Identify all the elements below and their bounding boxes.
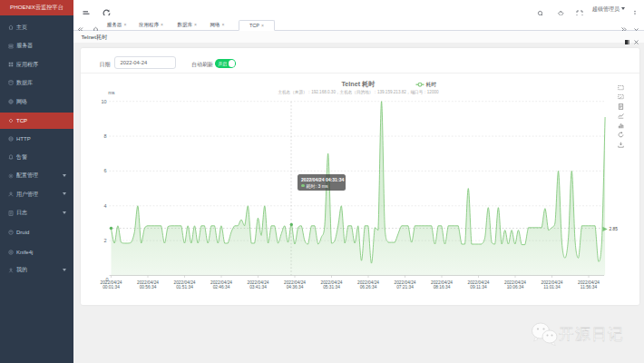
svg-text:03:41:34: 03:41:34 [249, 285, 267, 289]
svg-text:05:31:34: 05:31:34 [323, 285, 340, 289]
svg-text:11:56:34: 11:56:34 [581, 285, 598, 289]
svg-text:00:56:34: 00:56:34 [140, 285, 157, 289]
svg-text:10: 10 [101, 99, 106, 104]
svg-text:00:01:34: 00:01:34 [102, 285, 120, 289]
svg-text:08:16:34: 08:16:34 [434, 285, 451, 289]
svg-text:2.85: 2.85 [610, 227, 619, 231]
svg-text:2022/04/24: 2022/04/24 [137, 280, 159, 285]
svg-text:04:36:34: 04:36:34 [287, 285, 304, 289]
svg-text:6: 6 [103, 168, 106, 173]
svg-text:8: 8 [103, 133, 106, 139]
svg-text:2022/04/24: 2022/04/24 [357, 280, 379, 285]
svg-text:2: 2 [103, 238, 106, 243]
svg-text:2022/04/24: 2022/04/24 [100, 280, 122, 285]
svg-text:09:11:34: 09:11:34 [470, 285, 487, 289]
svg-text:2022/04/24: 2022/04/24 [320, 280, 342, 285]
svg-text:2022/04/24: 2022/04/24 [541, 280, 562, 285]
svg-text:2022/04/24: 2022/04/24 [504, 280, 526, 285]
svg-text:2022/04/24: 2022/04/24 [467, 280, 489, 285]
svg-text:主机名（来源）：192.168.0.30，主机名（目的地）：: 主机名（来源）：192.168.0.30，主机名（目的地）：139.159.21… [278, 89, 439, 95]
svg-text:10:06:34: 10:06:34 [507, 285, 524, 289]
svg-text:01:51:34: 01:51:34 [176, 285, 193, 289]
svg-text:4: 4 [103, 203, 106, 209]
svg-text:2022/04/24: 2022/04/24 [173, 280, 195, 285]
svg-text:2022/04/24: 2022/04/24 [284, 280, 306, 285]
svg-text:Telnet 耗时: Telnet 耗时 [341, 80, 376, 88]
svg-text:2022/04/24: 2022/04/24 [578, 280, 600, 285]
svg-text:07:21:34: 07:21:34 [396, 285, 414, 289]
svg-text:06:26:34: 06:26:34 [360, 285, 377, 289]
svg-text:耗时: 耗时 [426, 82, 437, 88]
svg-text:02:46:34: 02:46:34 [213, 285, 230, 289]
svg-text:11:01:34: 11:01:34 [543, 285, 561, 289]
svg-text:ms: ms [108, 90, 115, 95]
svg-text:2022/04/24: 2022/04/24 [431, 280, 453, 285]
svg-text:2022/04/24: 2022/04/24 [210, 280, 232, 285]
svg-text:2022/04/24: 2022/04/24 [394, 280, 415, 285]
svg-text:2022/04/24: 2022/04/24 [247, 280, 268, 285]
